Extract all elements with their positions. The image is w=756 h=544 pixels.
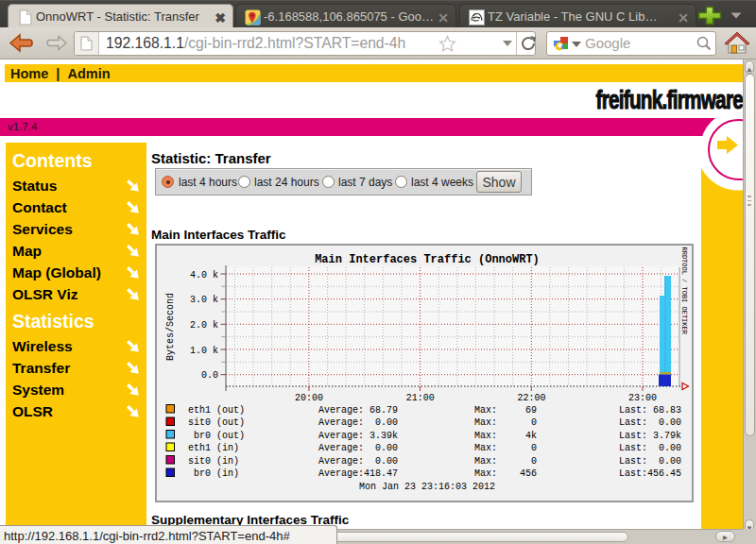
svg-text:Average: 68.79: Average: 68.79 bbox=[318, 405, 398, 416]
svg-text:Average:418.47: Average:418.47 bbox=[318, 468, 398, 479]
svg-text:3.0 k: 3.0 k bbox=[190, 295, 218, 305]
svg-text:RRDTOOL / TOBI OETIKER: RRDTOOL / TOBI OETIKER bbox=[680, 247, 688, 335]
svg-text:eth1 (out): eth1 (out) bbox=[188, 405, 245, 416]
svg-text:1.0 k: 1.0 k bbox=[190, 346, 218, 356]
svg-text:Average: 0.00: Average: 0.00 bbox=[318, 417, 398, 428]
svg-text:Average: 0.00: Average: 0.00 bbox=[318, 443, 398, 453]
svg-text:22:00: 22:00 bbox=[517, 393, 545, 403]
svg-text:20:00: 20:00 bbox=[295, 393, 323, 403]
svg-text:Last:456.45: Last:456.45 bbox=[619, 468, 681, 479]
svg-text:Mon Jan 23 23:16:03 2012: Mon Jan 23 23:16:03 2012 bbox=[359, 482, 495, 492]
svg-text:23:00: 23:00 bbox=[628, 393, 657, 403]
svg-text:Last: 68.83: Last: 68.83 bbox=[619, 405, 681, 416]
svg-text:Max: 0: Max: 0 bbox=[474, 443, 537, 453]
svg-text:Max: 0: Max: 0 bbox=[474, 417, 537, 428]
svg-text:sit0 (out): sit0 (out) bbox=[188, 417, 245, 428]
svg-text:Main Interfaces Traffic (OnnoW: Main Interfaces Traffic (OnnoWRT) bbox=[315, 253, 540, 266]
svg-text:Last: 0.00: Last: 0.00 bbox=[619, 443, 681, 453]
svg-text:Max: 0: Max: 0 bbox=[474, 456, 537, 467]
svg-text:4.0 k: 4.0 k bbox=[190, 270, 218, 280]
svg-text:Bytes/Second: Bytes/Second bbox=[165, 293, 176, 361]
svg-text:Average: 3.39k: Average: 3.39k bbox=[318, 431, 398, 441]
svg-text:2.0 k: 2.0 k bbox=[190, 320, 218, 331]
svg-text:Last: 3.79k: Last: 3.79k bbox=[619, 431, 681, 441]
svg-text:Max: 69: Max: 69 bbox=[474, 405, 537, 416]
svg-text:Last: 0.00: Last: 0.00 bbox=[619, 417, 681, 428]
svg-text:Max: 456: Max: 456 bbox=[474, 468, 537, 479]
svg-text:Max: 4k: Max: 4k bbox=[474, 431, 537, 441]
svg-text:Last: 0.00: Last: 0.00 bbox=[619, 456, 681, 467]
svg-text:eth1 (in): eth1 (in) bbox=[188, 443, 239, 453]
svg-text:0.0: 0.0 bbox=[201, 370, 218, 381]
svg-text:sit0 (in): sit0 (in) bbox=[188, 456, 239, 467]
svg-text:21:00: 21:00 bbox=[406, 393, 435, 403]
svg-text:Average: 0.00: Average: 0.00 bbox=[318, 456, 398, 467]
svg-text:br0 (in): br0 (in) bbox=[188, 468, 239, 479]
svg-text:br0 (out): br0 (out) bbox=[188, 431, 245, 441]
